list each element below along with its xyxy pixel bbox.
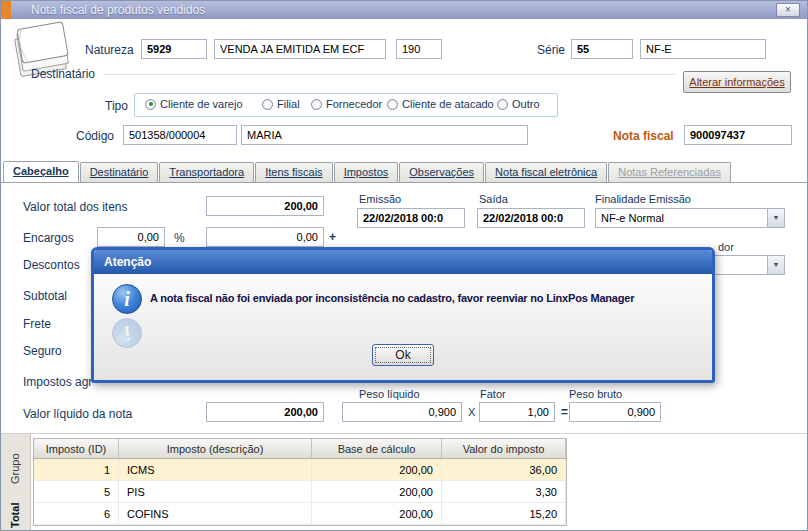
peso-bruto-label: Peso bruto [569, 388, 622, 400]
close-icon[interactable]: × [776, 3, 800, 17]
tab-observacoes[interactable]: Observações [399, 162, 484, 182]
radio-filial[interactable]: Filial [262, 98, 300, 110]
valor-liquido-label: Valor líquido da nota [23, 407, 132, 421]
multiply-sign: X [468, 406, 475, 418]
serie-field[interactable]: 55 [571, 39, 633, 59]
tab-transportadora[interactable]: Transportadora [159, 162, 254, 182]
codigo-field[interactable]: 501358/000004 [123, 125, 237, 145]
title-bar: Nota fiscal de produtos vendidos × [1, 1, 808, 19]
table-row[interactable]: 5 PIS 200,00 3,30 [34, 481, 566, 503]
cell-imposto-descricao: ICMS [119, 459, 312, 480]
finalidade-emissao-label: Finalidade Emissão [595, 193, 691, 205]
cell-valor-imposto: 36,00 [442, 459, 566, 480]
table-row[interactable]: 1 ICMS 200,00 36,00 [34, 459, 566, 481]
equals-sign: = [561, 405, 568, 419]
chevron-down-icon[interactable]: ▼ [767, 209, 784, 227]
plus-sign: + [329, 230, 336, 244]
emissao-label: Emissão [359, 193, 401, 205]
serie-label: Série [537, 43, 565, 57]
tab-destinatario[interactable]: Destinatário [80, 162, 159, 182]
natureza-desc-field[interactable]: VENDA JA EMITIDA EM ECF [214, 39, 386, 59]
tab-bar: Cabeçalho Destinatário Transportadora It… [3, 162, 732, 182]
impostos-agregados-label: Impostos agr [23, 375, 92, 389]
alterar-informacoes-button[interactable]: Alterar informações [683, 71, 791, 93]
cliente-nome-field[interactable]: MARIA [241, 125, 528, 145]
valor-total-itens-field[interactable]: 200,00 [206, 196, 324, 216]
natureza-num-field[interactable]: 190 [396, 39, 442, 59]
finalidade-emissao-select[interactable]: NF-e Normal ▼ [595, 208, 785, 228]
ok-button[interactable]: Ok [372, 344, 434, 366]
cell-imposto-descricao: PIS [119, 481, 312, 502]
cell-base-calculo: 200,00 [312, 459, 442, 480]
radio-label: Cliente de varejo [160, 98, 243, 110]
cell-imposto-descricao: COFINS [119, 503, 312, 524]
tab-itens-fiscais[interactable]: Itens fiscais [255, 162, 332, 182]
radio-cliente-de-varejo[interactable]: Cliente de varejo [145, 98, 243, 110]
serie-model-field[interactable]: NF-E [640, 39, 766, 59]
codigo-label: Código [76, 129, 114, 143]
dialog-body: i i A nota fiscal não foi enviada por in… [94, 274, 712, 380]
fator-label: Fator [480, 388, 506, 400]
radio-fornecedor[interactable]: Fornecedor [311, 98, 382, 110]
radio-icon [262, 99, 273, 110]
radio-label: Fornecedor [326, 98, 382, 110]
tab-impostos[interactable]: Impostos [334, 162, 399, 182]
peso-bruto-field[interactable]: 0,900 [569, 402, 661, 422]
encargos-label: Encargos [23, 231, 74, 245]
valor-liquido-field[interactable]: 200,00 [206, 402, 324, 422]
chevron-down-icon[interactable]: ▼ [767, 256, 784, 274]
dialog-title-bar[interactable]: Atenção [94, 250, 712, 274]
natureza-code-field[interactable]: 5929 [141, 39, 207, 59]
descontos-label: Descontos [23, 258, 80, 272]
cell-valor-imposto: 3,30 [442, 481, 566, 502]
attention-dialog: Atenção i i A nota fiscal não foi enviad… [91, 247, 715, 383]
cell-base-calculo: 200,00 [312, 503, 442, 524]
radio-icon [387, 99, 398, 110]
frete-label: Frete [23, 317, 51, 331]
cell-base-calculo: 200,00 [312, 481, 442, 502]
column-header-valor-imposto[interactable]: Valor do imposto [442, 439, 566, 458]
encargos-percent-field[interactable]: 0,00 [97, 227, 165, 247]
radio-cliente-de-atacado[interactable]: Cliente de atacado [387, 98, 494, 110]
finalidade-emissao-value: NF-e Normal [601, 212, 664, 224]
radio-icon [497, 99, 508, 110]
impostos-table: Imposto (ID) Imposto (descrição) Base de… [33, 438, 567, 526]
section-divider [1, 433, 808, 434]
emissao-field[interactable]: 22/02/2018 00:0 [357, 208, 465, 228]
radio-selected-icon [145, 99, 156, 110]
radio-label: Outro [512, 98, 540, 110]
saida-label: Saída [479, 193, 508, 205]
seguro-label: Seguro [23, 344, 62, 358]
encargos-value-field[interactable]: 0,00 [206, 227, 324, 247]
radio-label: Filial [277, 98, 300, 110]
info-icon-reflection: i [112, 318, 142, 348]
tab-panel-border [1, 182, 808, 183]
peso-liquido-field[interactable]: 0,900 [342, 402, 462, 422]
cell-imposto-id: 1 [34, 459, 119, 480]
column-header-imposto-descricao[interactable]: Imposto (descrição) [119, 439, 312, 458]
table-row[interactable]: 6 COFINS 200,00 15,20 [34, 503, 566, 525]
radio-outro[interactable]: Outro [497, 98, 540, 110]
natureza-label: Natureza [85, 43, 134, 57]
vertical-tab-grupo[interactable]: Grupo [9, 441, 21, 496]
app-window: Nota fiscal de produtos vendidos × Natur… [0, 0, 808, 531]
tipo-label: Tipo [105, 99, 128, 113]
info-icon: i [112, 284, 142, 314]
vertical-tab-total[interactable]: Total [9, 498, 21, 531]
radio-label: Cliente de atacado [402, 98, 494, 110]
column-header-base-calculo[interactable]: Base de cálculo [312, 439, 442, 458]
tab-notas-referenciadas[interactable]: Notas Referenciadas [608, 162, 731, 182]
fator-field[interactable]: 1,00 [479, 402, 555, 422]
percent-sign: % [174, 231, 185, 245]
destinatario-group-label: Destinatário [31, 67, 95, 81]
tipo-radio-group: Cliente de varejo Filial Fornecedor Clie… [134, 93, 558, 117]
tab-nota-fiscal-eletronica[interactable]: Nota fiscal eletrônica [485, 162, 607, 182]
nota-fiscal-label: Nota fiscal [613, 129, 674, 143]
partial-label: dor [718, 241, 734, 253]
cell-imposto-id: 6 [34, 503, 119, 524]
saida-field[interactable]: 22/02/2018 00:0 [477, 208, 585, 228]
nota-fiscal-field[interactable]: 900097437 [684, 125, 792, 145]
cell-imposto-id: 5 [34, 481, 119, 502]
column-header-imposto-id[interactable]: Imposto (ID) [34, 439, 119, 458]
tab-cabecalho[interactable]: Cabeçalho [3, 161, 79, 182]
